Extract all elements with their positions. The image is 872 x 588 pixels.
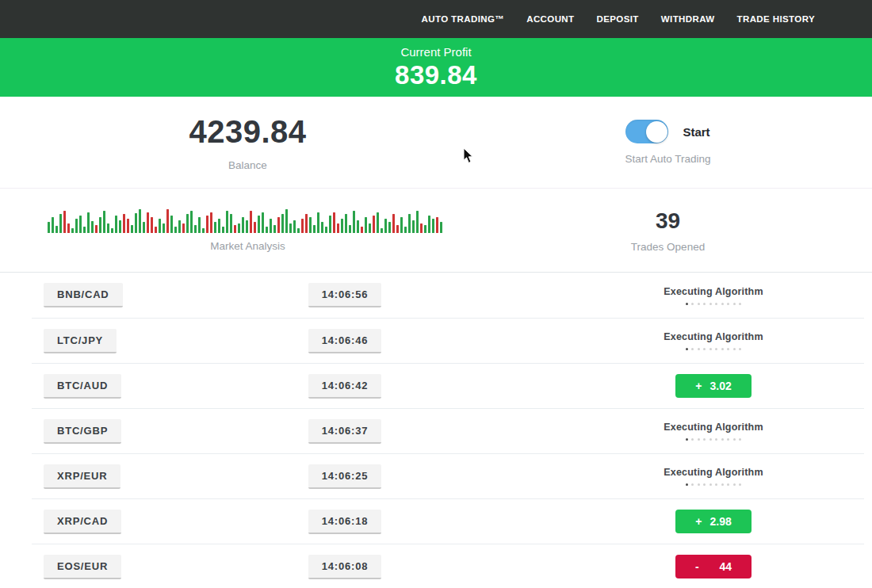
result-amount: 44	[720, 560, 732, 573]
market-bar	[420, 223, 423, 233]
trade-time-badge: 14:06:37	[308, 419, 381, 444]
result-sign: -	[695, 560, 699, 573]
market-bar	[396, 225, 399, 233]
current-profit-banner: Current Profit 839.84	[0, 38, 872, 97]
auto-trading-caption: Start Auto Trading	[625, 153, 710, 165]
market-bar	[369, 223, 371, 233]
executing-algorithm-label: Executing Algorithm	[664, 286, 763, 297]
profit-badge: +3.02	[675, 374, 752, 398]
balance-label: Balance	[228, 159, 267, 171]
market-bar	[404, 227, 407, 233]
pair-badge: EOS/EUR	[44, 555, 121, 579]
market-bar	[293, 220, 296, 233]
executing-algorithm-status: Executing Algorithm	[664, 467, 763, 486]
result-sign: +	[695, 515, 702, 528]
market-bar	[83, 227, 86, 233]
market-bar	[218, 219, 220, 233]
market-bar	[381, 228, 383, 233]
market-bar	[305, 214, 308, 233]
toggle-knob-icon	[646, 121, 667, 143]
progress-dots-icon	[664, 483, 763, 486]
nav-item-deposit[interactable]: DEPOSIT	[597, 14, 639, 24]
market-bar	[273, 225, 276, 233]
market-bar	[206, 216, 208, 233]
market-bar	[365, 217, 367, 233]
nav-item-withdraw[interactable]: WITHDRAW	[661, 14, 715, 24]
trade-time-badge: 14:06:56	[308, 283, 381, 307]
market-bar	[48, 222, 50, 233]
market-bar	[186, 214, 189, 233]
market-bar	[91, 221, 94, 233]
executing-algorithm-label: Executing Algorithm	[664, 467, 763, 478]
market-bar	[384, 219, 387, 233]
market-bar	[234, 225, 236, 233]
market-bar	[400, 217, 403, 233]
market-bar	[309, 217, 312, 233]
market-bar	[159, 219, 161, 233]
stats-row-market: Market Analysis 39 Trades Opened	[0, 188, 872, 272]
market-bar	[341, 219, 343, 233]
auto-trading-toggle[interactable]	[625, 120, 668, 143]
market-bar	[170, 216, 173, 233]
market-bar	[59, 214, 62, 233]
trade-time-badge: 14:06:08	[308, 555, 381, 579]
market-bar	[79, 216, 82, 233]
table-row: EOS/EUR14:06:08-44	[32, 544, 864, 588]
market-bar	[131, 225, 133, 233]
market-bar	[349, 225, 351, 233]
market-bar	[147, 212, 149, 233]
table-row: XRP/EUR14:06:25Executing Algorithm	[32, 453, 864, 498]
market-bar	[250, 211, 252, 233]
market-bar	[377, 212, 379, 233]
market-bar	[103, 211, 105, 233]
trade-time-badge: 14:06:42	[308, 374, 381, 399]
market-bar	[226, 211, 228, 233]
market-bar	[297, 228, 300, 233]
market-bar	[52, 217, 54, 233]
market-bar	[353, 211, 355, 233]
market-bar	[428, 216, 430, 233]
market-bar	[329, 216, 331, 233]
market-bar	[258, 216, 260, 233]
profit-badge: +2.98	[675, 510, 752, 533]
market-analysis-chart	[48, 209, 448, 233]
market-bar	[202, 228, 205, 233]
market-bar	[412, 220, 415, 233]
market-bar	[210, 212, 212, 233]
balance-block: 4239.84 Balance	[32, 97, 464, 188]
progress-dots-icon	[664, 438, 763, 441]
market-bar	[178, 220, 181, 233]
nav-item-trade-history[interactable]: TRADE HISTORY	[737, 14, 816, 24]
market-bar	[71, 228, 74, 233]
pair-badge: BNB/CAD	[44, 283, 123, 307]
market-bar	[313, 225, 316, 233]
market-bar	[55, 226, 58, 233]
toggle-start-label: Start	[683, 125, 709, 139]
market-bar	[214, 222, 216, 233]
market-bar	[361, 227, 363, 233]
executing-algorithm-label: Executing Algorithm	[664, 331, 763, 342]
market-bar	[230, 214, 232, 233]
market-bar	[166, 209, 169, 233]
market-bar	[281, 214, 284, 233]
balance-value: 4239.84	[189, 114, 306, 150]
market-bar	[87, 212, 90, 233]
market-analysis-label: Market Analysis	[210, 240, 285, 252]
executing-algorithm-label: Executing Algorithm	[664, 422, 763, 433]
market-bar	[190, 211, 193, 233]
nav-item-account[interactable]: ACCOUNT	[526, 14, 574, 24]
market-bar	[67, 223, 70, 233]
market-bar	[99, 217, 101, 233]
result-sign: +	[695, 380, 702, 392]
market-analysis-block: Market Analysis	[32, 189, 464, 272]
market-bar	[139, 209, 141, 233]
trade-time-badge: 14:06:18	[308, 510, 381, 534]
table-row: BTC/GBP14:06:37Executing Algorithm	[32, 408, 864, 453]
market-bar	[333, 212, 335, 233]
trades-table: BNB/CAD14:06:56Executing AlgorithmLTC/JP…	[0, 272, 872, 588]
market-bar	[416, 211, 419, 233]
nav-item-auto-trading[interactable]: AUTO TRADING™	[422, 14, 505, 24]
market-bar	[155, 227, 157, 233]
market-bar	[321, 222, 323, 233]
market-bar	[289, 223, 292, 233]
